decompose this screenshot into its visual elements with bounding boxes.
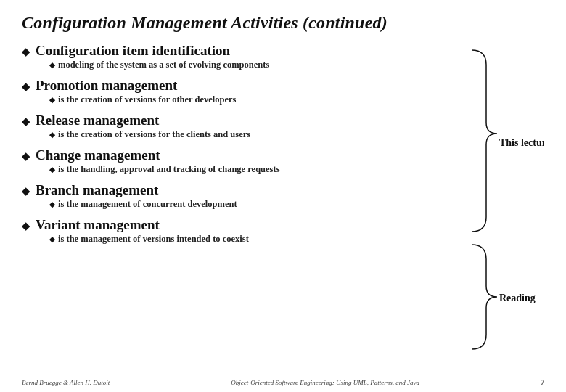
sub-diamond-icon-1: ◆ [49,61,55,69]
footer: Bernd Bruegge & Allen H. Dutoit Object-O… [0,378,566,386]
bullet-2: ◆ Promotion management ◆ is the creation… [22,78,462,108]
bullet-5-label: Branch management [36,182,158,198]
bullet-4-label: Change management [36,147,160,163]
footer-center: Object-Oriented Software Engineering: Us… [110,379,541,386]
bullet-4-sub: is the handling, approval and tracking o… [58,164,280,175]
footer-right: 7 [541,378,544,386]
sub-diamond-icon-5: ◆ [49,200,55,208]
bullet-6: ◆ Variant management ◆ is the management… [22,217,462,248]
slide: Configuration Management Activities (con… [0,0,566,392]
sub-diamond-icon-2: ◆ [49,96,55,104]
bullet-4: ◆ Change management ◆ is the handling, a… [22,147,462,178]
bullet-3: ◆ Release management ◆ is the creation o… [22,113,462,143]
brackets-container: This lecture Reading [464,43,544,358]
footer-left: Bernd Bruegge & Allen H. Dutoit [22,379,110,386]
diamond-icon-4: ◆ [22,150,30,163]
slide-title: Configuration Management Activities (con… [22,13,544,33]
diamond-icon-3: ◆ [22,115,30,128]
brackets-svg: This lecture Reading [464,43,544,355]
bullet-5-sub: is the management of concurrent developm… [58,199,237,210]
bullet-list: ◆ Configuration item identification ◆ mo… [22,43,462,358]
diamond-icon-6: ◆ [22,220,30,232]
sub-diamond-icon-3: ◆ [49,131,55,139]
svg-text:This lecture: This lecture [499,137,544,148]
bullet-3-label: Release management [36,113,159,128]
bullet-1-sub: modeling of the system as a set of evolv… [58,60,269,70]
sub-diamond-icon-6: ◆ [49,235,55,243]
bullet-1-label: Configuration item identification [36,43,230,59]
bullet-1: ◆ Configuration item identification ◆ mo… [22,43,462,73]
bullet-6-label: Variant management [36,217,160,233]
bullet-5: ◆ Branch management ◆ is the management … [22,182,462,213]
svg-text:Reading: Reading [499,293,536,303]
diamond-icon-5: ◆ [22,185,30,197]
bullet-3-sub: is the creation of versions for the clie… [58,129,250,140]
diamond-icon-1: ◆ [22,46,30,58]
sub-diamond-icon-4: ◆ [49,166,55,173]
bullet-2-label: Promotion management [36,78,177,94]
diamond-icon-2: ◆ [22,81,30,93]
bullet-6-sub: is the management of versions intended t… [58,234,249,245]
bullet-2-sub: is the creation of versions for other de… [58,94,236,105]
